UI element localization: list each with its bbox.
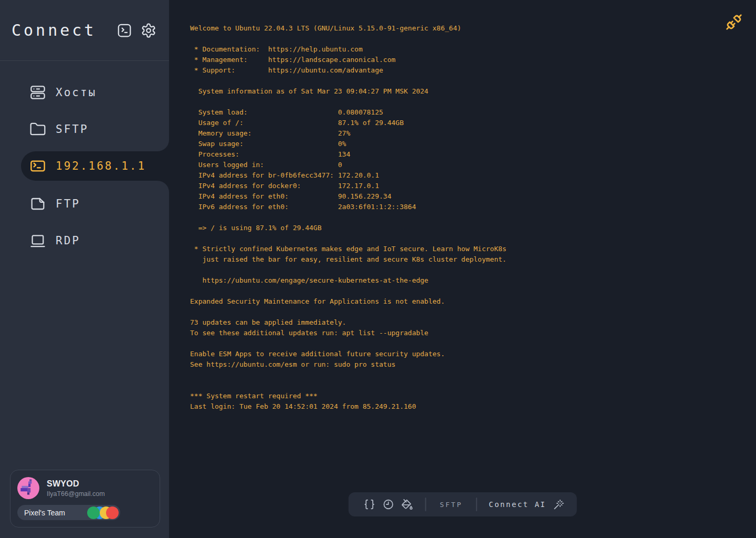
sidebar-item-host-192-168-1-1[interactable]: 192.168.1.1 (21, 151, 169, 181)
team-name: Pixel's Team (24, 509, 65, 517)
magic-wand-icon (553, 499, 564, 510)
terminal-toolbar: SFTP Connect AI (349, 492, 577, 516)
team-dot-green (87, 506, 100, 519)
connection-plug-icon[interactable] (726, 14, 742, 30)
sidebar-spacer (0, 255, 169, 470)
toolbar-icon-group (352, 499, 425, 510)
app-header: Connect (0, 0, 169, 61)
team-color-dots (87, 506, 119, 519)
sidebar-item-label: SFTP (56, 123, 89, 136)
sidebar-item-label: RDP (56, 234, 80, 247)
sidebar-item-label: FTP (56, 198, 80, 210)
history-clock-button[interactable] (379, 499, 398, 510)
sidebar-bottom-section: FTP RDP (0, 181, 169, 538)
user-name: SWYOD (47, 479, 105, 489)
connect-ai-button[interactable]: Connect AI (477, 499, 573, 510)
new-terminal-button[interactable] (117, 23, 132, 38)
sftp-mode-button[interactable]: SFTP (426, 501, 476, 509)
sidebar-item-sftp[interactable]: SFTP (0, 115, 169, 144)
sidebar-item-rdp[interactable]: RDP (0, 226, 169, 255)
sidebar-selected-row: 192.168.1.1 (0, 151, 169, 181)
laptop-icon (29, 232, 46, 249)
user-email: IlyaT66@gmail.com (47, 490, 105, 498)
connect-ai-label: Connect AI (489, 500, 546, 509)
folded-corner-file-icon (29, 195, 46, 212)
terminal-output: Welcome to Ubuntu 22.04.3 LTS (GNU/Linux… (169, 0, 756, 412)
app-title: Connect (12, 21, 108, 39)
terminal-window-icon (29, 158, 46, 174)
snippets-braces-button[interactable] (360, 499, 379, 510)
user-card[interactable]: SWYOD IlyaT66@gmail.com Pixel's Team (10, 470, 160, 527)
avatar (17, 477, 39, 499)
settings-button[interactable] (141, 23, 156, 38)
team-selector-pill[interactable]: Pixel's Team (17, 505, 120, 520)
server-icon (29, 84, 46, 101)
sidebar-item-ftp[interactable]: FTP (0, 189, 169, 219)
braces-icon (364, 499, 375, 510)
theme-paint-bucket-button[interactable] (398, 499, 417, 510)
terminal-panel: Welcome to Ubuntu 22.04.3 LTS (GNU/Linux… (169, 0, 756, 538)
paint-bucket-icon (402, 499, 413, 510)
sidebar-item-hosts[interactable]: Хосты (0, 78, 169, 107)
sidebar-item-label: 192.168.1.1 (56, 160, 146, 172)
team-dot-red (106, 506, 119, 519)
folder-icon (29, 121, 46, 138)
sidebar: Connect Хосты (0, 0, 169, 538)
sidebar-item-label: Хосты (56, 86, 97, 99)
gear-icon (141, 23, 156, 38)
clock-icon (383, 499, 394, 510)
sidebar-top-section: Connect Хосты (0, 0, 169, 151)
terminal-square-icon (117, 23, 132, 38)
